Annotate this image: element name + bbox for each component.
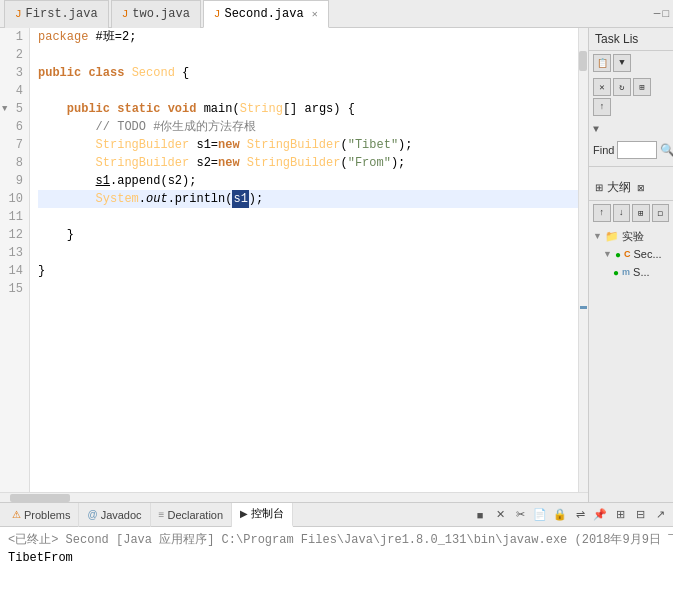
- console-line-1: <已终止> Second [Java 应用程序] C:\Program File…: [8, 531, 665, 549]
- outline-title: 大纲: [607, 179, 631, 196]
- line-num-4: 4: [6, 82, 23, 100]
- line-num-7: 7: [6, 136, 23, 154]
- code-line-5: public static void main( String [] args)…: [38, 100, 578, 118]
- tab-problems-label: Problems: [24, 509, 70, 521]
- new-task-btn[interactable]: 📋: [593, 54, 611, 72]
- tab-console[interactable]: ▶ 控制台: [232, 503, 293, 527]
- code-line-9: s1 .append(s2);: [38, 172, 578, 190]
- problems-icon: ⚠: [12, 509, 21, 520]
- tab-label: Second.java: [224, 7, 303, 21]
- outline-item-folder[interactable]: ▼ 📁 实验: [593, 227, 669, 245]
- editor-container: 1 2 3 4 ▼ 5 ! 6 7 8 9 10 11 12 13 14: [0, 28, 588, 502]
- find-input[interactable]: [617, 141, 657, 159]
- line-num-9: 9: [6, 172, 23, 190]
- editor-scrollbar[interactable]: [578, 28, 588, 492]
- maximize-icon[interactable]: □: [662, 8, 669, 20]
- tab-javadoc[interactable]: @ Javadoc: [79, 503, 150, 527]
- main-area: 1 2 3 4 ▼ 5 ! 6 7 8 9 10 11 12 13 14: [0, 28, 673, 502]
- javadoc-icon: @: [87, 509, 97, 520]
- expand-icon: ▼: [593, 231, 602, 241]
- line-num-1: 1: [6, 28, 23, 46]
- divider: [589, 166, 673, 167]
- line-num-15: 15: [6, 280, 23, 298]
- line-numbers: 1 2 3 4 ▼ 5 ! 6 7 8 9 10 11 12 13 14: [0, 28, 30, 492]
- console-view-btn[interactable]: ↗: [651, 506, 669, 524]
- folder-icon: 📁: [605, 230, 619, 243]
- tab-declaration[interactable]: ≡ Declaration: [151, 503, 232, 527]
- task-toolbar-row2: ✕ ↻ ⊞ ↑: [589, 75, 673, 119]
- tab-second-java[interactable]: J Second.java ✕: [203, 0, 329, 28]
- tab-javadoc-label: Javadoc: [101, 509, 142, 521]
- line-num-13: 13: [6, 244, 23, 262]
- tab-problems[interactable]: ⚠ Problems: [4, 503, 79, 527]
- editor-content[interactable]: 1 2 3 4 ▼ 5 ! 6 7 8 9 10 11 12 13 14: [0, 28, 588, 492]
- task-toolbar-row1: 📋 ▼: [589, 51, 673, 75]
- tab-two-java[interactable]: J two.java: [111, 0, 201, 28]
- line-num-2: 2: [6, 46, 23, 64]
- outline-header: ⊞ 大纲 ⊠: [589, 175, 673, 201]
- console-toolbar: ■ ✕ ✂ 📄 🔒 ⇌ 📌 ⊞ ⊟ ↗: [471, 506, 673, 524]
- line-num-8: 8: [6, 154, 23, 172]
- console-scroll-lock-btn[interactable]: 🔒: [551, 506, 569, 524]
- close-icon[interactable]: ✕: [312, 8, 318, 20]
- tab-label: First.java: [26, 7, 98, 21]
- console-clear-btn[interactable]: 📄: [531, 506, 549, 524]
- line-num-5: ▼ 5: [6, 100, 23, 118]
- bottom-panel: ⚠ Problems @ Javadoc ≡ Declaration ▶ 控制台…: [0, 502, 673, 597]
- task-list-title: Task Lis: [595, 32, 638, 46]
- code-line-6: // TODO #你生成的方法存根: [38, 118, 578, 136]
- line-num-6: ! 6: [6, 118, 23, 136]
- collapse-icon-5[interactable]: ▼: [2, 100, 7, 118]
- outline-item-class[interactable]: ▼ ● C Sec...: [593, 245, 669, 263]
- minimize-icon[interactable]: ─: [654, 8, 661, 20]
- outline-btn-1[interactable]: ↑: [593, 204, 611, 222]
- file-icon: J: [122, 8, 129, 20]
- task-btn-2[interactable]: ↻: [613, 78, 631, 96]
- code-text: #班=2;: [88, 28, 136, 46]
- code-line-10: System . out .println( s1 );: [38, 190, 578, 208]
- kw-public: public: [38, 64, 81, 82]
- console-stop-btn[interactable]: ■: [471, 506, 489, 524]
- task-btn-1[interactable]: ✕: [593, 78, 611, 96]
- code-line-2: [38, 46, 578, 64]
- code-line-13: [38, 244, 578, 262]
- code-area[interactable]: package #班=2; public class Second {: [30, 28, 578, 492]
- tab-bar: J First.java J two.java J Second.java ✕ …: [0, 0, 673, 28]
- code-line-8: StringBuilder s2= new StringBuilder ( "F…: [38, 154, 578, 172]
- line-num-12: 12: [6, 226, 23, 244]
- filter-btn[interactable]: ▼: [613, 54, 631, 72]
- code-line-11: [38, 208, 578, 226]
- method-icon: m: [622, 267, 630, 277]
- h-scrollbar-thumb: [10, 494, 70, 502]
- outline-btn-4[interactable]: ◻: [652, 204, 670, 222]
- find-bar: Find 🔍: [589, 138, 673, 162]
- tab-first-java[interactable]: J First.java: [4, 0, 109, 28]
- file-icon: J: [15, 8, 22, 20]
- search-icon[interactable]: 🔍: [660, 143, 673, 158]
- tab-console-label: 控制台: [251, 506, 284, 521]
- console-disconnect-btn[interactable]: ✂: [511, 506, 529, 524]
- outline-btn-3[interactable]: ⊞: [632, 204, 650, 222]
- outline-toolbar: ↑ ↓ ⊞ ◻: [589, 201, 673, 225]
- right-panel: Task Lis 📋 ▼ ✕ ↻ ⊞ ↑: [588, 28, 673, 502]
- outline-item-method[interactable]: ● m S...: [593, 263, 669, 281]
- kw-class: class: [88, 64, 124, 82]
- console-word-wrap-btn[interactable]: ⇌: [571, 506, 589, 524]
- line-num-3: 3: [6, 64, 23, 82]
- expand-icon-class: ▼: [603, 249, 612, 259]
- outline-tab-icon[interactable]: ⊠: [637, 183, 645, 193]
- console-layout-btn[interactable]: ⊟: [631, 506, 649, 524]
- outline-method-label: S...: [633, 266, 650, 278]
- task-btn-3[interactable]: ⊞: [633, 78, 651, 96]
- code-line-12: }: [38, 226, 578, 244]
- file-icon: J: [214, 8, 221, 20]
- line-num-11: 11: [6, 208, 23, 226]
- console-expand-btn[interactable]: ⊞: [611, 506, 629, 524]
- console-terminate-btn[interactable]: ✕: [491, 506, 509, 524]
- editor-h-scrollbar[interactable]: [0, 492, 588, 502]
- dropdown-icon[interactable]: ▼: [593, 124, 599, 135]
- code-line-7: StringBuilder s1= new StringBuilder ( "T…: [38, 136, 578, 154]
- task-btn-4[interactable]: ↑: [593, 98, 611, 116]
- outline-btn-2[interactable]: ↓: [613, 204, 631, 222]
- console-pin-btn[interactable]: 📌: [591, 506, 609, 524]
